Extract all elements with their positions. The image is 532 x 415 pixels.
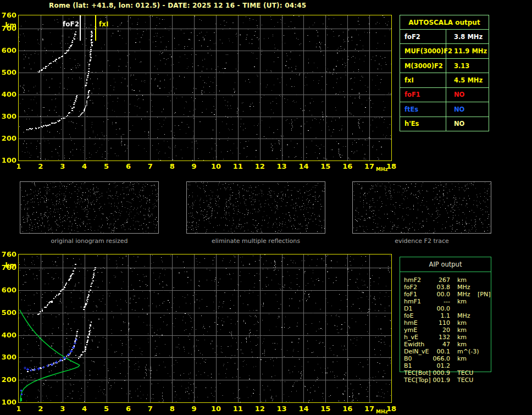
x-tick-label: 11 [232, 163, 244, 170]
x-tick-label: 9 [188, 405, 200, 413]
thumbnail-dereflected-ionogram [186, 181, 325, 234]
x-tick-label: 17 [363, 405, 375, 413]
parameter-value: km [457, 298, 478, 305]
table-row: h_vE132km [404, 334, 525, 341]
x-tick-label: 8 [166, 405, 178, 413]
y-tick-label: 400 [0, 331, 16, 339]
x-tick-label: 2 [35, 405, 47, 413]
thumbnail-original-canvas [20, 182, 158, 233]
table-row: foF100.0MHz[PN] [404, 291, 525, 298]
parameter-label: foF2 [404, 284, 430, 291]
parameter-value: km [457, 276, 478, 284]
autoscala-window: Rome (lat: +41.8, lon: 012.5) - DATE: 20… [0, 0, 532, 415]
parameter-value: 000.9 [430, 369, 450, 377]
x-tick-label: 2 [35, 163, 47, 170]
y-tick-label: 600 [0, 286, 16, 294]
parameter-value: 20 [430, 327, 450, 334]
parameter-value: 00.0 [430, 291, 450, 298]
y-tick-label: 500 [0, 309, 16, 317]
parameter-value: TECU [457, 369, 478, 377]
parameter-label: ftEs [400, 102, 446, 116]
parameter-value [457, 305, 478, 312]
table-row: hmF1---km [404, 298, 525, 305]
y-tick-label: 500 [0, 69, 16, 76]
table-row: foF203.8MHz [404, 284, 525, 291]
table-row: Ewidth47km [404, 341, 525, 348]
x-tick-label: 12 [254, 405, 266, 413]
parameter-value: 267 [430, 276, 450, 284]
parameter-value: NO [446, 117, 489, 131]
table-row: MUF(3000)F211.9 MHz [400, 43, 489, 58]
table-row: B0066.0km [404, 355, 525, 362]
thumbnail-original-ionogram [20, 181, 159, 234]
parameter-label: MUF(3000)F2 [400, 44, 446, 58]
parameter-value: 3.8 MHz [446, 30, 489, 43]
table-row: M(3000)F23.13 [400, 58, 489, 73]
x-tick-label: 5 [101, 163, 113, 170]
parameter-value: --- [430, 298, 450, 305]
y-tick-label: 200 [0, 135, 16, 142]
table-row: ftEsNO [400, 102, 489, 116]
table-row: B101.2 [404, 362, 525, 369]
table-row: TEC[Bot]000.9TECU [404, 369, 525, 377]
x-tick-label: 16 [341, 405, 353, 413]
parameter-value [457, 362, 478, 369]
parameter-label: TEC[Bot] [404, 369, 430, 377]
top-ionogram-canvas [19, 15, 391, 161]
table-row: ymE20km [404, 327, 525, 334]
table-row: TEC[Top]001.9TECU [404, 377, 525, 384]
parameter-value: km [457, 355, 478, 362]
thumbnail-caption-original: original ionogram resized [20, 237, 159, 245]
parameter-value: 1.1 [430, 312, 450, 319]
table-row: hmF2267km [404, 276, 525, 284]
x-tick-label: 13 [276, 405, 288, 413]
foF2-marker-label: foF2 [60, 21, 79, 28]
parameter-label: foE [404, 312, 430, 319]
ionogram-title: Rome (lat: +41.8, lon: 012.5) - DATE: 20… [49, 2, 306, 9]
table-row: foF23.8 MHz [400, 29, 489, 43]
aip-table-title: AIP output [400, 257, 491, 272]
table-row: foF1NO [400, 87, 489, 102]
x-tick-label: 9 [188, 163, 200, 170]
y-tick-label: 200 [0, 376, 16, 384]
x-tick-label: 3 [57, 405, 69, 413]
table-row: hmE110km [404, 319, 525, 327]
parameter-label: foF1 [404, 291, 430, 298]
x-tick-label: 3 [57, 163, 69, 170]
parameter-value: 001.9 [430, 377, 450, 384]
x-tick-label: 10 [210, 163, 222, 170]
parameter-label: TEC[Top] [404, 377, 430, 384]
parameter-value: 11.9 MHz [446, 44, 489, 58]
parameter-value: 110 [430, 319, 450, 327]
parameter-label: B0 [404, 355, 430, 362]
parameter-value: MHz [457, 312, 478, 319]
x-tick-label: 4 [79, 405, 91, 413]
parameter-value: [PN] [478, 291, 490, 298]
y-tick-label: 400 [0, 91, 16, 98]
parameter-label: ymE [404, 327, 430, 334]
parameter-label: hmE [404, 319, 430, 327]
x-tick-label: 14 [297, 163, 309, 170]
parameter-value: 3.13 [446, 59, 489, 73]
y-tick-label: 700 [0, 25, 16, 32]
parameter-value: km [457, 334, 478, 341]
x-tick-label: 10 [210, 405, 222, 413]
parameter-label: foF1 [400, 88, 446, 102]
parameter-value: km [457, 341, 478, 348]
x-tick-label: 16 [341, 163, 353, 170]
x-tick-label: 5 [101, 405, 113, 413]
parameter-value: 4.5 MHz [446, 73, 489, 87]
thumbnail-f2-trace [352, 181, 491, 234]
parameter-value: 03.8 [430, 284, 450, 291]
x-tick-label: 11 [232, 405, 244, 413]
y-tick-label: 600 [0, 47, 16, 54]
bottom-ionogram-plot [18, 254, 392, 403]
parameter-label: Ewidth [404, 341, 430, 348]
parameter-value: 01.2 [430, 362, 450, 369]
x-tick-label: 14 [297, 405, 309, 413]
parameter-value: km [457, 327, 478, 334]
parameter-label: DelN_vE [404, 348, 430, 355]
x-tick-label: 7 [144, 163, 156, 170]
parameter-label: hmF1 [404, 298, 430, 305]
x-tick-label: 15 [319, 405, 331, 413]
